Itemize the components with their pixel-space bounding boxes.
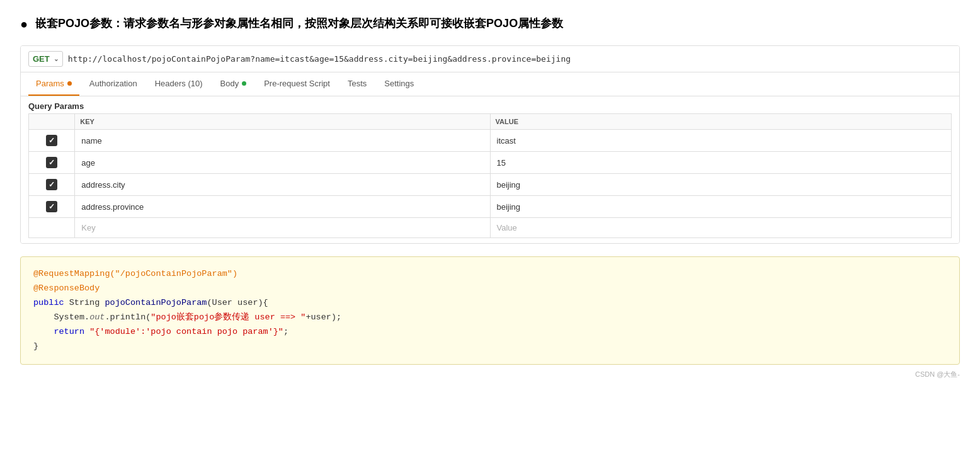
row3-key[interactable]: address.city — [75, 174, 490, 196]
row3-value[interactable]: beijing — [490, 174, 952, 196]
col-value-header: VALUE — [490, 114, 952, 130]
table-row: ✓ age 15 — [29, 152, 952, 174]
tab-settings-label: Settings — [384, 79, 414, 88]
empty-check — [29, 218, 75, 238]
tab-params-label: Params — [36, 79, 64, 88]
keyword-public: public — [33, 298, 69, 307]
bullet-heading: 嵌套POJO参数：请求参数名与形参对象属性名相同，按照对象层次结构关系即可接收嵌… — [35, 15, 563, 32]
tab-authorization-label: Authorization — [89, 79, 137, 88]
row1-key[interactable]: name — [75, 130, 490, 152]
code-out: out — [89, 312, 105, 322]
annotation-2: @ResponseBody — [33, 283, 100, 293]
tab-headers-label: Headers (10) — [155, 79, 203, 88]
row4-value[interactable]: beijing — [490, 196, 952, 218]
code-line-5: return "{'module':'pojo contain pojo par… — [33, 325, 947, 340]
tab-tests-label: Tests — [348, 79, 367, 88]
code-line-4: System.out.println("pojo嵌套pojo参数传递 user … — [33, 311, 947, 325]
row2-check[interactable]: ✓ — [29, 152, 75, 174]
watermark: CSDN @大鱼- — [20, 370, 960, 379]
code-plus: +user); — [305, 312, 341, 322]
row2-key[interactable]: age — [75, 152, 490, 174]
url-bar: GET ⌄ — [21, 46, 959, 72]
col-key-header: KEY — [75, 114, 490, 130]
tab-settings[interactable]: Settings — [377, 72, 421, 96]
tabs-bar: Params Authorization Headers (10) Body P… — [21, 72, 959, 96]
row4-key[interactable]: address.province — [75, 196, 490, 218]
code-indent2 — [33, 327, 54, 336]
code-params: (User user){ — [207, 298, 268, 307]
table-row-empty: Key Value — [29, 218, 952, 238]
keyword-return: return — [54, 327, 89, 336]
empty-key-placeholder[interactable]: Key — [75, 218, 490, 238]
tab-prerequest[interactable]: Pre-request Script — [256, 72, 338, 96]
checkbox-checked-icon[interactable]: ✓ — [46, 157, 57, 168]
tab-body[interactable]: Body — [213, 72, 254, 96]
checkbox-checked-icon[interactable]: ✓ — [46, 201, 57, 212]
code-println: .println( — [105, 312, 151, 322]
row1-value[interactable]: itcast — [490, 130, 952, 152]
checkbox-checked-icon[interactable]: ✓ — [46, 135, 57, 146]
tab-params[interactable]: Params — [28, 72, 79, 96]
tab-headers[interactable]: Headers (10) — [147, 72, 210, 96]
code-string-2: "{'module':'pojo contain pojo param'}" — [89, 327, 283, 336]
code-block: @RequestMapping("/pojoContainPojoParam")… — [20, 256, 960, 365]
row1-check[interactable]: ✓ — [29, 130, 75, 152]
bullet-section: ● 嵌套POJO参数：请求参数名与形参对象属性名相同，按照对象层次结构关系即可接… — [20, 15, 960, 33]
code-string-1: "pojo嵌套pojo参数传递 user ==> " — [151, 312, 305, 322]
table-row: ✓ address.city beijing — [29, 174, 952, 196]
method-selector[interactable]: GET ⌄ — [28, 51, 63, 67]
code-line-2: @ResponseBody — [33, 282, 947, 296]
tab-prerequest-label: Pre-request Script — [264, 79, 330, 88]
query-params-label: Query Params — [28, 101, 952, 111]
table-row: ✓ name itcast — [29, 130, 952, 152]
bullet-dot: ● — [20, 15, 28, 33]
code-indent: System. — [33, 312, 89, 322]
col-check — [29, 114, 75, 130]
row3-check[interactable]: ✓ — [29, 174, 75, 196]
params-dot-icon — [67, 81, 72, 86]
row4-check[interactable]: ✓ — [29, 196, 75, 218]
code-line-6: } — [33, 340, 947, 354]
url-input[interactable] — [68, 54, 952, 64]
tab-body-label: Body — [220, 79, 239, 88]
tab-tests[interactable]: Tests — [340, 72, 374, 96]
tab-authorization[interactable]: Authorization — [82, 72, 145, 96]
code-closing-brace: } — [33, 341, 38, 351]
query-params-section: Query Params KEY VALUE ✓ name itcast — [21, 96, 959, 243]
empty-value-placeholder[interactable]: Value — [490, 218, 952, 238]
params-table: KEY VALUE ✓ name itcast ✓ age 15 — [28, 113, 952, 238]
code-return-type: String — [69, 298, 105, 307]
checkbox-checked-icon[interactable]: ✓ — [46, 179, 57, 190]
body-dot-icon — [242, 81, 246, 86]
code-line-1: @RequestMapping("/pojoContainPojoParam") — [33, 267, 947, 282]
code-line-3: public String pojoContainPojoParam(User … — [33, 296, 947, 311]
annotation-1: @RequestMapping("/pojoContainPojoParam") — [33, 269, 237, 278]
code-method-name: pojoContainPojoParam — [105, 298, 207, 307]
chevron-down-icon: ⌄ — [54, 55, 59, 62]
postman-panel: GET ⌄ Params Authorization Headers (10) … — [20, 45, 960, 244]
table-row: ✓ address.province beijing — [29, 196, 952, 218]
code-semicolon: ; — [283, 327, 288, 336]
method-label: GET — [33, 54, 50, 64]
row2-value[interactable]: 15 — [490, 152, 952, 174]
